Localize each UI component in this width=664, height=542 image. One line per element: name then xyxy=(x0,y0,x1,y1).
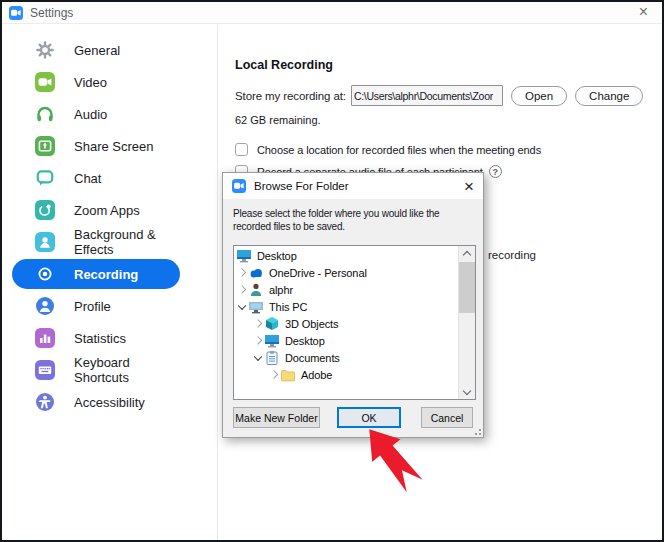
sidebar-item-label: Keyboard Shortcuts xyxy=(74,355,180,385)
chevron-right-icon[interactable] xyxy=(268,366,280,383)
window-close-button[interactable]: × xyxy=(639,2,648,24)
accessibility-icon xyxy=(35,392,55,412)
tree-item-3d-objects[interactable]: 3D Objects xyxy=(234,315,458,332)
share-screen-icon xyxy=(35,136,55,156)
occluded-setting-text: recording xyxy=(488,249,536,261)
sidebar-item-statistics[interactable]: Statistics xyxy=(12,323,180,353)
choose-location-checkbox[interactable] xyxy=(235,143,248,156)
keyboard-icon xyxy=(35,360,55,380)
tree-item-desktop-root[interactable]: Desktop xyxy=(234,247,458,264)
zoom-apps-icon xyxy=(35,200,55,220)
sidebar-item-share-screen[interactable]: Share Screen xyxy=(12,131,180,161)
storage-remaining-text: 62 GB remaining. xyxy=(235,114,662,126)
sidebar-item-audio[interactable]: Audio xyxy=(12,99,180,129)
chat-bubble-icon xyxy=(35,168,55,188)
tree-scrollbar[interactable] xyxy=(458,246,475,399)
dialog-button-row: Make New Folder OK Cancel xyxy=(233,407,473,428)
gear-icon xyxy=(35,40,55,60)
dialog-title-bar: Browse For Folder × xyxy=(223,173,483,199)
choose-location-label: Choose a location for recorded files whe… xyxy=(257,144,541,156)
scrollbar-thumb[interactable] xyxy=(459,262,475,313)
sidebar-item-chat[interactable]: Chat xyxy=(12,163,180,193)
tree-item-desktop[interactable]: Desktop xyxy=(234,332,458,349)
sidebar-item-keyboard-shortcuts[interactable]: Keyboard Shortcuts xyxy=(12,355,180,385)
bar-chart-icon xyxy=(35,328,55,348)
ok-button[interactable]: OK xyxy=(337,407,401,428)
settings-window: { "window": { "title": "Settings", "clos… xyxy=(0,0,664,542)
tree-item-this-pc[interactable]: This PC xyxy=(234,298,458,315)
sidebar-item-label: Zoom Apps xyxy=(74,203,140,218)
resize-grip[interactable] xyxy=(472,426,481,435)
sidebar-item-label: Share Screen xyxy=(74,139,154,154)
document-icon xyxy=(264,350,280,366)
video-camera-icon xyxy=(35,72,55,92)
dialog-title: Browse For Folder xyxy=(254,180,464,192)
chevron-down-icon[interactable] xyxy=(252,349,264,366)
sidebar-item-label: Accessibility xyxy=(74,395,145,410)
tree-item-documents[interactable]: Documents xyxy=(234,349,458,366)
sidebar-item-label: Background & Effects xyxy=(74,227,180,257)
sidebar-item-label: Chat xyxy=(74,171,101,186)
folder-icon xyxy=(280,367,296,383)
chevron-down-icon[interactable] xyxy=(236,298,248,315)
profile-icon xyxy=(35,296,55,316)
help-icon[interactable]: ? xyxy=(489,165,502,178)
desktop-icon xyxy=(236,248,252,264)
onedrive-cloud-icon xyxy=(248,265,264,281)
window-title: Settings xyxy=(30,6,73,20)
browse-for-folder-dialog: Browse For Folder × Please select the fo… xyxy=(222,172,484,438)
user-icon xyxy=(248,282,264,298)
sidebar-item-label: Profile xyxy=(74,299,111,314)
zoom-app-icon xyxy=(232,179,246,193)
make-new-folder-button[interactable]: Make New Folder xyxy=(233,407,320,428)
zoom-app-icon xyxy=(9,6,23,20)
recording-path-input[interactable] xyxy=(351,85,503,106)
cube-3d-icon xyxy=(264,316,280,332)
sidebar-item-label: Recording xyxy=(74,267,138,282)
scroll-up-icon[interactable] xyxy=(459,246,475,261)
scroll-down-icon[interactable] xyxy=(459,384,475,399)
sidebar-item-label: Audio xyxy=(74,107,107,122)
desktop-icon xyxy=(264,333,280,349)
chevron-right-icon[interactable] xyxy=(236,264,248,281)
sidebar-item-profile[interactable]: Profile xyxy=(12,291,180,321)
sidebar-item-accessibility[interactable]: Accessibility xyxy=(12,387,180,417)
dialog-close-icon[interactable]: × xyxy=(464,178,474,195)
folder-tree: Desktop OneDrive - Personal alphr xyxy=(233,245,476,400)
sidebar-item-video[interactable]: Video xyxy=(12,67,180,97)
sidebar-item-label: Statistics xyxy=(74,331,126,346)
computer-icon xyxy=(248,299,264,315)
chevron-right-icon[interactable] xyxy=(252,332,264,349)
sidebar-item-zoom-apps[interactable]: Zoom Apps xyxy=(12,195,180,225)
change-button[interactable]: Change xyxy=(575,86,643,106)
sidebar-item-general[interactable]: General xyxy=(12,35,180,65)
cancel-button[interactable]: Cancel xyxy=(421,407,473,428)
title-bar: Settings × xyxy=(2,2,662,24)
sidebar-item-recording[interactable]: Recording xyxy=(12,259,180,289)
chevron-right-icon[interactable] xyxy=(252,315,264,332)
section-title: Local Recording xyxy=(235,58,662,72)
sidebar-item-label: Video xyxy=(74,75,107,90)
tree-item-alphr[interactable]: alphr xyxy=(234,281,458,298)
tree-item-onedrive[interactable]: OneDrive - Personal xyxy=(234,264,458,281)
settings-sidebar: General Video Audio Share Screen xyxy=(2,25,218,540)
background-effects-icon xyxy=(35,232,55,252)
store-location-row: Store my recording at: Open Change xyxy=(235,85,662,106)
sidebar-item-background-effects[interactable]: Background & Effects xyxy=(12,227,180,257)
open-button[interactable]: Open xyxy=(511,86,567,106)
sidebar-item-label: General xyxy=(74,43,120,58)
headphones-icon xyxy=(35,104,55,124)
dialog-description: Please select the folder where you would… xyxy=(233,207,471,233)
tree-item-adobe[interactable]: Adobe xyxy=(234,366,458,383)
record-icon xyxy=(35,264,55,284)
store-location-label: Store my recording at: xyxy=(235,90,346,102)
chevron-right-icon[interactable] xyxy=(236,281,248,298)
choose-location-row: Choose a location for recorded files whe… xyxy=(235,143,662,156)
